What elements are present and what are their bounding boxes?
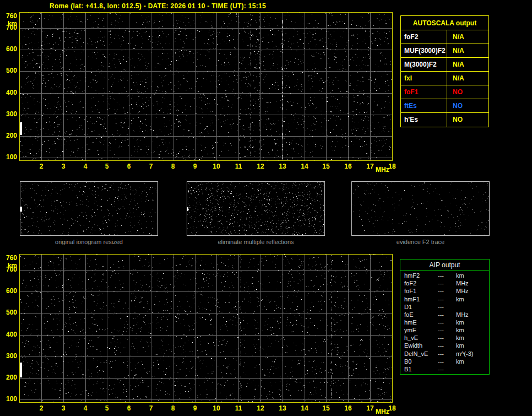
y-tick-label: 760 bbox=[0, 255, 17, 262]
aip-table-title: AIP output bbox=[400, 260, 489, 271]
x-tick-label: 13 bbox=[274, 405, 291, 412]
y-tick-label: 500 bbox=[0, 67, 17, 74]
y-tick-label: 300 bbox=[0, 111, 17, 118]
autoscala-row-fxi: fxI N/A bbox=[401, 72, 488, 85]
aip-row-fof1: foF1 --- MHz bbox=[400, 287, 489, 295]
param-name: hmF2 bbox=[400, 272, 438, 279]
thumbnail-original-ionogram bbox=[20, 181, 158, 236]
param-name: foE bbox=[400, 311, 438, 318]
x-tick-label: 11 bbox=[230, 163, 247, 170]
y-tick-label: 100 bbox=[0, 154, 17, 161]
param-unit: MHz bbox=[456, 280, 489, 287]
x-tick-label: 9 bbox=[187, 405, 203, 412]
param-value: --- bbox=[438, 296, 456, 302]
x-tick-label: 10 bbox=[208, 405, 225, 412]
aip-row-delnve: DelN_vE --- m^(-3) bbox=[400, 350, 489, 358]
param-value: N/A bbox=[447, 58, 488, 71]
param-value: --- bbox=[438, 272, 456, 279]
param-name: foF1 bbox=[400, 288, 438, 294]
param-value: --- bbox=[438, 304, 456, 310]
param-value: NO bbox=[447, 99, 488, 112]
aip-row-fof2: foF2 --- MHz bbox=[400, 279, 489, 287]
x-tick-label: 5 bbox=[99, 405, 115, 412]
param-name: D1 bbox=[400, 304, 438, 310]
param-unit: km bbox=[456, 334, 489, 341]
autoscala-row-hes: h'Es NO bbox=[401, 113, 488, 127]
main-ionogram-panel bbox=[19, 12, 393, 161]
thumbnail-multiple-reflections bbox=[187, 181, 325, 236]
param-value: --- bbox=[438, 366, 456, 372]
param-name: h_vE bbox=[400, 334, 438, 341]
thumbnail-multiples-canvas bbox=[187, 182, 324, 235]
param-unit: MHz bbox=[456, 288, 489, 294]
aip-output-table: AIP output hmF2 --- km foF2 --- MHz foF1… bbox=[400, 259, 490, 375]
y-tick-label: 200 bbox=[0, 132, 17, 139]
x-tick-label: 9 bbox=[187, 163, 203, 170]
aip-ionogram-panel bbox=[19, 254, 393, 403]
aip-ionogram-canvas bbox=[20, 255, 392, 402]
x-axis-unit-label: MHz bbox=[376, 408, 394, 415]
x-tick-label: 3 bbox=[55, 163, 72, 170]
y-tick-label: 100 bbox=[0, 396, 17, 403]
x-tick-label: 12 bbox=[252, 405, 269, 412]
y-tick-label: 600 bbox=[0, 288, 17, 295]
param-value: --- bbox=[438, 327, 456, 333]
x-tick-label: 14 bbox=[296, 405, 313, 412]
param-unit: km bbox=[456, 272, 489, 279]
param-label: foF2 bbox=[401, 30, 447, 44]
param-value: --- bbox=[438, 342, 456, 349]
param-value: NO bbox=[447, 85, 488, 99]
param-name: B0 bbox=[400, 358, 438, 365]
param-value: --- bbox=[438, 288, 456, 294]
thumbnail-caption-multiples: eliminate multiple reflections bbox=[187, 239, 325, 245]
aip-row-hmf1: hmF1 --- km bbox=[400, 295, 489, 302]
aip-row-yme: ymE --- km bbox=[400, 326, 489, 334]
param-unit: MHz bbox=[456, 311, 489, 318]
thumbnail-original-canvas bbox=[20, 182, 158, 235]
param-value: N/A bbox=[447, 30, 488, 44]
param-unit: km bbox=[456, 342, 489, 349]
x-axis-unit-label: MHz bbox=[376, 166, 394, 174]
x-tick-label: 2 bbox=[33, 405, 50, 412]
param-value: N/A bbox=[447, 44, 488, 57]
y-tick-label: 300 bbox=[0, 353, 17, 360]
x-tick-label: 7 bbox=[143, 163, 159, 170]
y-tick-label: 760 bbox=[0, 13, 17, 20]
aip-row-ewidth: Ewidth --- km bbox=[400, 342, 489, 349]
x-tick-label: 7 bbox=[143, 405, 159, 412]
x-tick-label: 4 bbox=[77, 163, 94, 170]
x-tick-label: 11 bbox=[230, 405, 247, 412]
param-label: ftEs bbox=[401, 99, 447, 112]
param-name: hmE bbox=[400, 319, 438, 326]
param-unit: km bbox=[456, 296, 489, 302]
param-unit: km bbox=[456, 327, 489, 333]
x-tick-label: 16 bbox=[340, 405, 356, 412]
param-value: --- bbox=[438, 280, 456, 287]
aip-row-hve: h_vE --- km bbox=[400, 334, 489, 342]
x-tick-label: 12 bbox=[252, 163, 269, 170]
y-axis-unit-label: km bbox=[0, 262, 17, 269]
param-label: fxI bbox=[401, 72, 447, 85]
aip-rows: hmF2 --- km foF2 --- MHz foF1 --- MHz hm… bbox=[400, 271, 489, 374]
param-name: ymE bbox=[400, 327, 438, 333]
param-value: --- bbox=[438, 350, 456, 357]
param-name: hmF1 bbox=[400, 296, 438, 302]
param-unit: km bbox=[456, 319, 489, 326]
station-title: Rome (lat: +41.8, lon: 012.5) - DATE: 20… bbox=[50, 2, 266, 10]
x-tick-label: 10 bbox=[208, 163, 225, 170]
param-value: NO bbox=[447, 113, 488, 127]
param-value: --- bbox=[438, 358, 456, 365]
y-tick-label: 500 bbox=[0, 309, 17, 316]
aip-row-hme: hmE --- km bbox=[400, 318, 489, 326]
param-label: h'Es bbox=[401, 113, 447, 127]
x-tick-label: 8 bbox=[165, 405, 181, 412]
param-value: --- bbox=[438, 311, 456, 318]
param-unit: m^(-3) bbox=[456, 350, 489, 357]
autoscala-table-title: AUTOSCALA output bbox=[401, 16, 488, 30]
x-tick-label: 15 bbox=[318, 163, 334, 170]
x-tick-label: 15 bbox=[318, 405, 334, 412]
param-label: M(3000)F2 bbox=[401, 58, 447, 71]
x-tick-label: 8 bbox=[165, 163, 181, 170]
x-tick-label: 14 bbox=[296, 163, 313, 170]
param-value: N/A bbox=[447, 72, 488, 85]
